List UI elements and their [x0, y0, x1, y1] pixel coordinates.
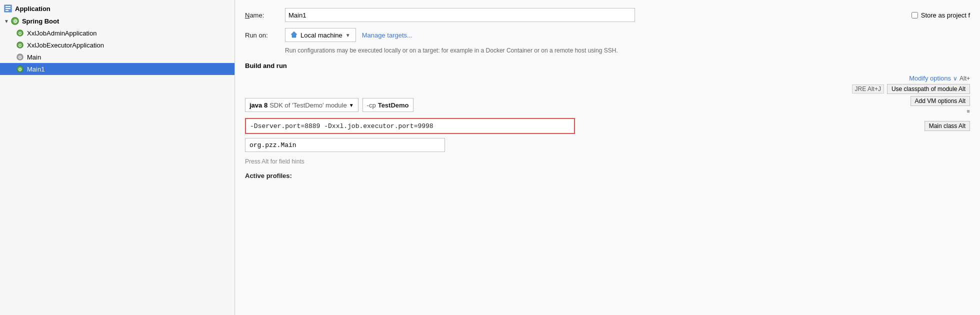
name-label: Name: [245, 12, 285, 19]
xxljob-admin-label: XxlJobAdminApplication [27, 30, 96, 37]
main1-label: Main1 [27, 66, 44, 73]
sidebar-item-application[interactable]: Application [0, 2, 234, 15]
build-run-title: Build and run [245, 62, 970, 70]
run-hint-text: Run configurations may be executed local… [285, 46, 970, 55]
application-label: Application [15, 5, 50, 12]
sdk-chevron-icon: ▼ [349, 102, 354, 108]
main-icon: ⚙ [16, 53, 24, 61]
springboot-header-label: Spring Boot [22, 18, 59, 25]
build-run-section: Build and run Modify options ∨ Alt+ JRE … [245, 62, 970, 180]
sdk-row: java 8 SDK of 'TestDemo' module ▼ -cp Te… [245, 96, 970, 114]
xxljob-admin-icon: ⚙ [16, 29, 24, 37]
cp-label: -cp TestDemo [362, 98, 414, 112]
svg-text:⚙: ⚙ [18, 43, 22, 48]
svg-marker-14 [291, 32, 297, 38]
sidebar-item-springboot-header[interactable]: ▼ ⚙ Spring Boot [0, 15, 234, 27]
sdk-dropdown[interactable]: java 8 SDK of 'TestDemo' module ▼ [245, 98, 358, 112]
vm-options-row: Main class Alt [245, 118, 970, 134]
main-label: Main [27, 54, 41, 61]
home-icon [290, 31, 298, 40]
add-vm-btn[interactable]: Add VM options Alt [910, 96, 970, 106]
svg-text:⚙: ⚙ [18, 67, 22, 72]
press-hint: Press Alt for field hints [245, 158, 970, 165]
sidebar-item-xxljob-admin[interactable]: ⚙ XxlJobAdminApplication [0, 27, 234, 39]
xxljob-executor-icon: ⚙ [16, 41, 24, 49]
main1-icon: ⚙ [16, 65, 24, 73]
sdk-label: java 8 [250, 102, 268, 109]
application-icon [4, 4, 12, 12]
active-profiles-row: Active profiles: [245, 172, 970, 180]
name-label-text: Name: [245, 12, 264, 19]
main-class-row [245, 138, 970, 152]
svg-text:⚙: ⚙ [18, 31, 22, 36]
svg-text:⚙: ⚙ [18, 55, 22, 60]
vm-options-input[interactable] [245, 118, 575, 134]
run-on-label: Run on: [245, 32, 285, 39]
store-checkbox-area: Store as project f [912, 12, 970, 19]
manage-targets-link[interactable]: Manage targets... [362, 32, 412, 39]
xxljob-executor-label: XxlJobExecutorApplication [27, 42, 104, 49]
name-row: Name: Store as project f [245, 8, 970, 22]
right-options-col: Modify options ∨ Alt+ [810, 74, 970, 82]
expand-icon: ∨ [953, 75, 958, 82]
main-class-alt-btn[interactable]: Main class Alt [924, 121, 970, 131]
sidebar: Application ▼ ⚙ Spring Boot ⚙ XxlJobAdmi… [0, 0, 235, 315]
springboot-header-icon: ⚙ [11, 17, 19, 25]
store-checkbox[interactable] [912, 12, 918, 18]
main-content: Name: Store as project f Run on: Local m… [235, 0, 980, 315]
sidebar-item-main[interactable]: ⚙ Main [0, 51, 234, 63]
main-class-input[interactable] [245, 138, 445, 152]
svg-rect-2 [6, 8, 10, 9]
svg-rect-1 [6, 6, 10, 7]
sidebar-item-main1[interactable]: ⚙ Main1 [0, 63, 234, 75]
svg-text:⚙: ⚙ [12, 18, 17, 24]
store-label: Store as project f [921, 12, 970, 19]
springboot-chevron-icon: ▼ [4, 18, 9, 24]
svg-rect-3 [6, 10, 8, 11]
active-profiles-label: Active profiles: [245, 172, 292, 180]
name-input[interactable] [285, 8, 635, 22]
run-on-machine-label: Local machine [300, 32, 342, 39]
run-on-row: Run on: Local machine ▼ Manage targets..… [245, 28, 970, 42]
modify-options-link[interactable]: Modify options [909, 74, 951, 82]
modify-alt-label: Alt+ [960, 75, 970, 82]
sdk-detail: SDK of 'TestDemo' module [270, 102, 347, 109]
modify-options-row: Modify options ∨ Alt+ [903, 74, 970, 82]
run-on-dropdown[interactable]: Local machine ▼ [285, 28, 356, 42]
use-classpath-btn[interactable]: Use classpath of module Alt [887, 84, 970, 94]
run-on-chevron-icon: ▼ [346, 32, 350, 38]
cp-module: TestDemo [378, 102, 409, 109]
sidebar-item-xxljob-executor[interactable]: ⚙ XxlJobExecutorApplication [0, 39, 234, 51]
cp-prefix: -cp [367, 102, 376, 109]
jre-label: JRE Alt+J [852, 84, 884, 94]
